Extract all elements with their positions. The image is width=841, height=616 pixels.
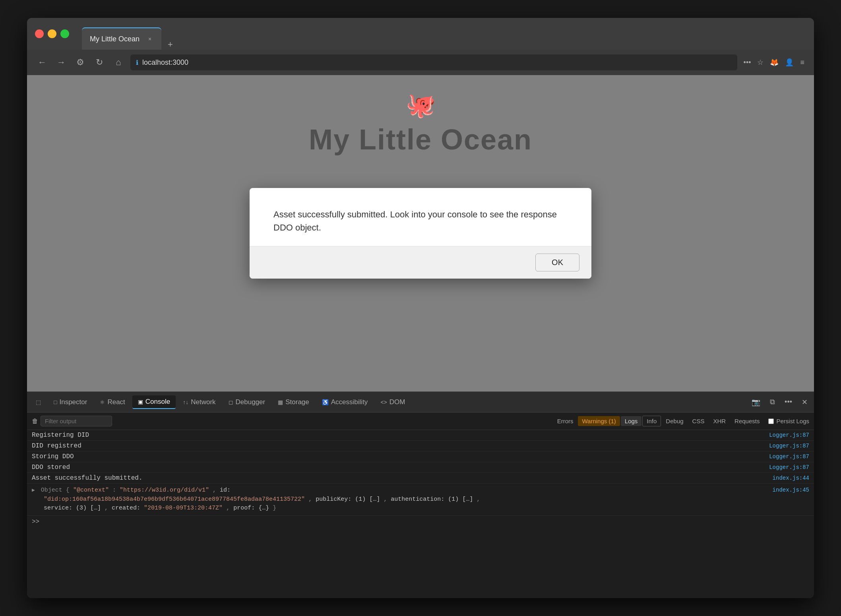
extensions-button[interactable]: 🦊 <box>768 56 780 68</box>
console-log-source[interactable]: Logger.js:87 <box>769 443 809 449</box>
console-log-line: Asset successfully submitted. index.js:4… <box>27 473 814 484</box>
screenshot-button[interactable]: 📷 <box>748 396 763 408</box>
devtools-tab-console[interactable]: ▣ Console <box>132 395 176 409</box>
forward-button[interactable]: → <box>54 55 68 70</box>
react-icon: ⚛ <box>100 399 105 405</box>
settings-button[interactable]: ⚙ <box>73 55 87 70</box>
devtools-tab-cursor[interactable]: ⬚ <box>30 397 47 408</box>
storage-label: Storage <box>285 398 309 406</box>
devtools-action-buttons: 📷 ⧉ ••• ✕ <box>748 396 811 408</box>
dialog-message: Asset successfully submitted. Look into … <box>273 208 568 234</box>
address-bar[interactable]: ℹ localhost:3000 <box>130 54 737 70</box>
nav-actions: ••• ☆ 🦊 👤 ≡ <box>742 56 806 68</box>
close-devtools-button[interactable]: ✕ <box>798 396 811 408</box>
console-object-text[interactable]: ▶ Object { "@context" : "https://w3id.or… <box>32 486 765 513</box>
did-value: "did:op:160af56a18b94538a4b7e96b9df536b6… <box>44 496 305 503</box>
service-entry: service: (3) […] <box>44 505 101 511</box>
object-brace-open: { <box>66 487 73 494</box>
devtools-tab-bar: ⬚ □ Inspector ⚛ React ▣ Console ↑↓ Netwo… <box>27 392 814 413</box>
home-button[interactable]: ⌂ <box>111 55 126 70</box>
console-log-text: Asset successfully submitted. <box>32 475 765 482</box>
close-button[interactable] <box>35 29 44 38</box>
address-text: localhost:3000 <box>142 58 188 67</box>
console-output[interactable]: Registering DID Logger.js:87 DID registr… <box>27 430 814 598</box>
responsive-button[interactable]: ⧉ <box>767 396 778 408</box>
public-key-entry: publicKey: (1) […] <box>316 496 380 503</box>
console-icon: ▣ <box>138 399 143 405</box>
devtools-tab-dom[interactable]: <> DOM <box>375 396 411 409</box>
auth-entry: authentication: (1) […] <box>391 496 473 503</box>
ok-button[interactable]: OK <box>535 254 579 271</box>
new-tab-button[interactable]: + <box>165 39 176 50</box>
persist-logs-control: Persist Logs <box>768 418 809 424</box>
console-toolbar: 🗑 Errors Warnings (1) Logs Info Debug CS… <box>27 413 814 430</box>
persist-logs-label: Persist Logs <box>776 418 809 424</box>
devtools-tab-react[interactable]: ⚛ React <box>94 396 130 409</box>
persist-logs-checkbox[interactable] <box>768 418 774 424</box>
devtools-tab-storage[interactable]: ▦ Storage <box>272 396 315 409</box>
devtools-panel: ⬚ □ Inspector ⚛ React ▣ Console ↑↓ Netwo… <box>27 391 814 598</box>
reload-button[interactable]: ↻ <box>92 55 107 70</box>
console-log-text: Registering DID <box>32 432 761 439</box>
colon: : <box>112 487 120 494</box>
comma6: , <box>226 505 233 511</box>
traffic-lights <box>35 29 69 38</box>
console-log-line: Registering DID Logger.js:87 <box>27 430 814 441</box>
xhr-filter-button[interactable]: XHR <box>709 416 730 426</box>
expand-icon[interactable]: ▶ <box>32 487 35 493</box>
alert-dialog: Asset successfully submitted. Look into … <box>250 188 591 279</box>
comma2: , <box>308 496 316 503</box>
comma3: , <box>384 496 391 503</box>
dialog-overlay: Asset successfully submitted. Look into … <box>27 75 814 391</box>
console-log-line: DID registred Logger.js:87 <box>27 441 814 451</box>
devtools-tab-network[interactable]: ↑↓ Network <box>177 396 221 409</box>
react-label: React <box>107 398 125 406</box>
inspector-label: Inspector <box>59 398 87 406</box>
console-log-source[interactable]: Logger.js:87 <box>769 464 809 471</box>
object-keyword: Object <box>41 487 66 494</box>
info-filter-button[interactable]: Info <box>642 416 661 426</box>
more-options-button[interactable]: ••• <box>781 396 795 408</box>
active-tab[interactable]: My Little Ocean × <box>82 27 161 50</box>
created-entry: created: <box>112 505 144 511</box>
accessibility-label: Accessibility <box>331 398 368 406</box>
console-log-line: Storing DDO Logger.js:87 <box>27 451 814 462</box>
errors-filter-button[interactable]: Errors <box>553 416 577 426</box>
debug-filter-button[interactable]: Debug <box>662 416 687 426</box>
css-filter-button[interactable]: CSS <box>688 416 709 426</box>
context-value: "https://w3id.org/did/v1" <box>120 487 209 494</box>
tab-area: My Little Ocean × + <box>82 18 176 50</box>
console-prompt-area: >> <box>27 516 814 528</box>
devtools-tab-debugger[interactable]: ◻ Debugger <box>223 396 271 409</box>
object-source[interactable]: index.js:45 <box>773 487 809 493</box>
maximize-button[interactable] <box>60 29 69 38</box>
network-label: Network <box>191 398 215 406</box>
more-button[interactable]: ••• <box>742 57 753 68</box>
devtools-tab-inspector[interactable]: □ Inspector <box>48 396 93 409</box>
devtools-tab-accessibility[interactable]: ♿ Accessibility <box>316 396 374 409</box>
requests-filter-button[interactable]: Requests <box>731 416 763 426</box>
console-filter-buttons: Errors Warnings (1) Logs Info Debug CSS … <box>553 416 809 426</box>
console-log-source[interactable]: index.js:44 <box>773 475 809 481</box>
bookmark-button[interactable]: ☆ <box>756 56 765 68</box>
console-label: Console <box>145 398 170 406</box>
menu-button[interactable]: ≡ <box>798 57 806 68</box>
storage-icon: ▦ <box>278 399 283 405</box>
logs-filter-button[interactable]: Logs <box>621 416 642 426</box>
dialog-body: Asset successfully submitted. Look into … <box>250 188 591 246</box>
filter-input[interactable] <box>41 416 112 426</box>
warnings-filter-button[interactable]: Warnings (1) <box>578 416 620 426</box>
console-log-source[interactable]: Logger.js:87 <box>769 453 809 460</box>
console-log-text: Storing DDO <box>32 453 761 460</box>
title-bar: My Little Ocean × + <box>27 18 814 50</box>
clear-console-button[interactable]: 🗑 <box>32 418 38 425</box>
minimize-button[interactable] <box>48 29 56 38</box>
account-button[interactable]: 👤 <box>783 56 795 68</box>
tab-close-button[interactable]: × <box>146 35 153 43</box>
back-button[interactable]: ← <box>35 55 49 70</box>
inspector-icon: □ <box>54 399 57 405</box>
page-content: 🐙 My Little Ocean Asset successfully sub… <box>27 75 814 391</box>
console-log-source[interactable]: Logger.js:87 <box>769 432 809 438</box>
dom-label: DOM <box>389 398 405 406</box>
console-input[interactable] <box>43 518 809 526</box>
